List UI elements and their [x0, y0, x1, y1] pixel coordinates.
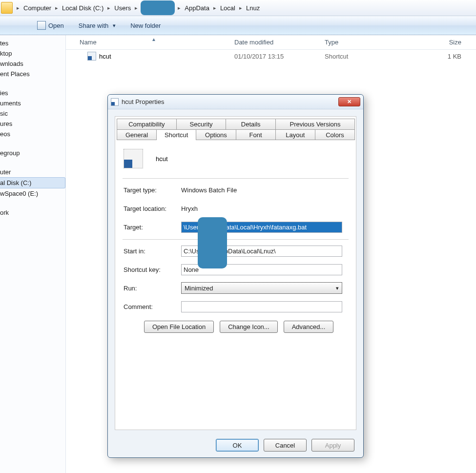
tabs-row-1: Compatibility Security Details Previous … [115, 117, 356, 129]
sidebar-item[interactable]: sic [0, 108, 65, 119]
comment-input[interactable] [181, 301, 342, 312]
tab-general[interactable]: General [117, 129, 157, 140]
column-size[interactable]: Size [403, 39, 476, 46]
sidebar-item[interactable]: uments [0, 98, 65, 108]
open-button[interactable]: Open [35, 20, 66, 31]
tab-colors[interactable]: Colors [315, 129, 355, 140]
breadcrumb-drive[interactable]: Local Disk (C:) [60, 4, 105, 12]
value-target-location: Hryxh [181, 205, 198, 212]
label-comment: Comment: [124, 303, 181, 310]
breadcrumb-appdata[interactable]: AppData [183, 4, 211, 12]
breadcrumb-local[interactable]: Local [218, 4, 237, 12]
sidebar-item-selected[interactable]: al Disk (C:) [0, 177, 65, 188]
shortcut-icon [87, 52, 96, 61]
run-combobox[interactable]: Minimized [181, 282, 342, 294]
label-shortcut-key: Shortcut key: [124, 266, 181, 273]
sidebar-item[interactable]: wSpace0 (E:) [0, 188, 65, 199]
sidebar-item[interactable]: uter [0, 167, 65, 177]
tab-details[interactable]: Details [226, 119, 276, 129]
tab-previous-versions[interactable]: Previous Versions [275, 119, 355, 129]
tabs-row-2: General Shortcut Options Font Layout Col… [115, 129, 356, 140]
dialog-footer: OK Cancel Apply [108, 433, 363, 457]
sidebar-item[interactable]: ures [0, 119, 65, 129]
tab-compatibility[interactable]: Compatibility [117, 119, 177, 129]
column-name[interactable]: Name [66, 39, 234, 46]
apply-button: Apply [311, 439, 354, 452]
sidebar-item[interactable]: wnloads [0, 59, 65, 69]
address-bar[interactable]: Computer Local Disk (C:) Users AppData L… [0, 0, 476, 16]
label-target: Target: [124, 224, 181, 231]
label-start-in: Start in: [124, 247, 181, 255]
shortcut-tab-panel: hcut Target type: Windows Batch File Tar… [117, 140, 354, 337]
share-label: Share with [79, 22, 108, 29]
close-button[interactable]: ✕ [338, 97, 360, 106]
advanced-button[interactable]: Advanced... [284, 321, 334, 333]
shortcut-icon [111, 98, 119, 106]
breadcrumb-computer[interactable]: Computer [21, 4, 53, 12]
column-headers[interactable]: Name Date modified Type Size [66, 35, 476, 50]
chevron-right-icon[interactable] [15, 3, 21, 13]
shortcut-name: hcut [156, 155, 168, 163]
sidebar-item[interactable]: tes [0, 38, 65, 48]
tab-shortcut[interactable]: Shortcut [156, 129, 196, 140]
tab-font[interactable]: Font [236, 129, 276, 140]
sidebar-item[interactable]: ktop [0, 48, 65, 59]
chevron-right-icon[interactable] [237, 3, 244, 13]
sidebar-item[interactable]: ent Places [0, 69, 65, 79]
new-folder-button[interactable]: New folder [128, 21, 163, 30]
sidebar-item[interactable]: egroup [0, 148, 65, 158]
new-folder-label: New folder [130, 22, 161, 29]
dialog-titlebar[interactable]: hcut Properties ✕ [108, 95, 363, 109]
file-name: hcut [99, 53, 111, 60]
ok-button[interactable]: OK [216, 439, 259, 452]
column-date[interactable]: Date modified [234, 39, 325, 46]
chevron-right-icon[interactable] [176, 3, 183, 13]
open-file-location-button[interactable]: Open File Location [144, 321, 214, 333]
file-size: 1 KB [403, 53, 476, 60]
cancel-button[interactable]: Cancel [264, 439, 307, 452]
change-icon-button[interactable]: Change Icon... [220, 321, 278, 333]
shortcut-large-icon[interactable] [124, 149, 143, 168]
value-target-type: Windows Batch File [181, 186, 237, 194]
label-target-type: Target type: [124, 186, 181, 194]
label-run: Run: [124, 285, 181, 292]
redacted-overlay [198, 217, 227, 268]
label-target-location: Target location: [124, 205, 181, 212]
open-label: Open [48, 22, 64, 29]
file-date: 01/10/2017 13:15 [234, 53, 325, 60]
command-bar: Open Share with New folder [0, 16, 476, 35]
tab-layout[interactable]: Layout [275, 129, 315, 140]
chevron-right-icon[interactable] [133, 3, 140, 13]
breadcrumb-lnuz[interactable]: Lnuz [244, 4, 262, 12]
share-with-button[interactable]: Share with [77, 21, 118, 30]
sidebar-item[interactable]: ork [0, 207, 65, 218]
chevron-right-icon[interactable] [105, 3, 112, 13]
open-icon [37, 21, 46, 30]
chevron-right-icon[interactable] [53, 3, 60, 13]
file-type: Shortcut [325, 53, 403, 60]
dialog-title: hcut Properties [122, 98, 338, 105]
navigation-pane[interactable]: tes ktop wnloads ent Places ies uments s… [0, 35, 66, 473]
tab-security[interactable]: Security [176, 119, 227, 129]
sidebar-item[interactable]: ies [0, 88, 65, 98]
breadcrumb-users[interactable]: Users [112, 4, 133, 12]
chevron-right-icon[interactable] [211, 3, 218, 13]
redacted-username [141, 0, 175, 15]
tab-options[interactable]: Options [196, 129, 236, 140]
column-type[interactable]: Type [325, 39, 403, 46]
run-value: Minimized [185, 285, 213, 292]
properties-dialog: hcut Properties ✕ Compatibility Security… [107, 94, 364, 458]
folder-icon [1, 2, 13, 14]
file-row[interactable]: hcut 01/10/2017 13:15 Shortcut 1 KB [66, 51, 476, 62]
sidebar-item[interactable]: eos [0, 129, 65, 139]
